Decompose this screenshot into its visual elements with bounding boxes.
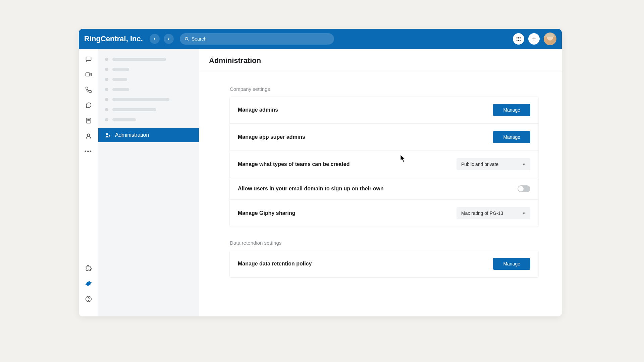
contact-icon xyxy=(85,133,92,139)
svg-point-9 xyxy=(518,40,519,41)
video-icon xyxy=(85,71,92,78)
svg-point-7 xyxy=(520,39,521,40)
chevron-left-icon xyxy=(153,37,157,41)
section-heading-retention: Data retendion settings xyxy=(230,240,538,246)
rail-chat[interactable] xyxy=(85,101,93,109)
svg-point-2 xyxy=(517,37,518,38)
data-retention-card: Manage data retention policy Manage xyxy=(230,250,538,277)
sidebar-placeholder xyxy=(98,84,199,95)
plus-icon xyxy=(531,36,537,42)
sidebar-placeholder xyxy=(98,64,199,74)
rail-phone[interactable] xyxy=(85,86,93,94)
phone-icon xyxy=(85,86,92,93)
row-manage-admins: Manage admins Manage xyxy=(230,97,538,124)
sidebar-placeholder xyxy=(98,115,199,125)
row-label: Manage data retention policy xyxy=(238,261,312,267)
email-signup-toggle[interactable] xyxy=(518,185,530,192)
svg-point-23 xyxy=(109,135,110,137)
row-label: Manage app super admins xyxy=(238,134,305,140)
svg-rect-14 xyxy=(86,73,90,76)
svg-point-19 xyxy=(87,134,90,136)
rail-apps[interactable] xyxy=(85,264,93,272)
content: Company settings Manage admins Manage Ma… xyxy=(199,71,562,291)
search-icon xyxy=(184,37,189,41)
icon-rail: ••• xyxy=(79,49,98,316)
svg-point-0 xyxy=(185,38,188,40)
sidebar-placeholder xyxy=(98,74,199,84)
search-bar[interactable] xyxy=(180,33,334,45)
row-label: Manage Giphy sharing xyxy=(238,210,296,216)
row-email-signup: Allow users in your email domain to sign… xyxy=(230,178,538,200)
new-button[interactable] xyxy=(528,33,540,45)
select-value: Max rating of PG-13 xyxy=(461,210,503,216)
sidebar-item-administration[interactable]: Administration xyxy=(98,128,199,142)
search-input[interactable] xyxy=(192,36,329,42)
admin-icon xyxy=(105,132,111,138)
page-title: Administration xyxy=(199,49,562,71)
rail-contacts[interactable] xyxy=(85,132,93,140)
toggle-knob xyxy=(518,186,524,191)
sidebar-placeholder xyxy=(98,95,199,105)
body: ••• Administration xyxy=(79,49,562,316)
puzzle-icon xyxy=(85,265,92,272)
sidebar: Administration xyxy=(98,49,199,316)
svg-point-10 xyxy=(520,40,521,41)
row-giphy: Manage Giphy sharing Max rating of PG-13… xyxy=(230,200,538,227)
rail-video[interactable] xyxy=(85,70,93,78)
svg-rect-13 xyxy=(86,57,91,60)
topbar: RingCentral, Inc. xyxy=(79,29,562,49)
app-title: RingCentral, Inc. xyxy=(84,35,143,43)
note-icon xyxy=(85,117,92,124)
avatar[interactable] xyxy=(544,33,556,45)
chevron-down-icon: ▼ xyxy=(522,163,526,166)
rail-messages[interactable] xyxy=(85,55,93,63)
giphy-select[interactable]: Max rating of PG-13 ▼ xyxy=(457,207,530,219)
company-settings-card: Manage admins Manage Manage app super ad… xyxy=(230,97,538,227)
section-heading-company: Company settings xyxy=(230,86,538,92)
svg-point-8 xyxy=(517,40,518,41)
row-team-types: Manage what types of teams can be create… xyxy=(230,151,538,178)
rail-settings[interactable] xyxy=(85,280,93,288)
svg-point-3 xyxy=(518,37,519,38)
manage-admins-button[interactable]: Manage xyxy=(493,104,530,116)
dialpad-button[interactable] xyxy=(513,33,524,45)
svg-point-6 xyxy=(518,39,519,40)
svg-point-22 xyxy=(106,133,108,135)
row-label: Manage admins xyxy=(238,107,278,113)
main: Administration Company settings Manage a… xyxy=(199,49,562,316)
nav-forward-button[interactable] xyxy=(164,34,174,44)
row-label: Allow users in your email domain to sign… xyxy=(238,186,384,192)
team-types-select[interactable]: Public and private ▼ xyxy=(457,158,530,170)
chevron-down-icon: ▼ xyxy=(522,212,526,215)
rail-tasks[interactable] xyxy=(85,117,93,125)
row-retention-policy: Manage data retention policy Manage xyxy=(230,250,538,277)
row-label: Manage what types of teams can be create… xyxy=(238,161,350,167)
nav-back-button[interactable] xyxy=(150,34,160,44)
row-manage-super-admins: Manage app super admins Manage xyxy=(230,124,538,151)
svg-line-1 xyxy=(187,40,188,40)
svg-point-4 xyxy=(520,37,521,38)
sidebar-placeholder xyxy=(98,54,199,64)
select-value: Public and private xyxy=(461,162,498,167)
sidebar-placeholder xyxy=(98,105,199,115)
chat-icon xyxy=(85,102,92,109)
message-icon xyxy=(85,56,92,62)
chevron-right-icon xyxy=(167,37,171,41)
gear-icon xyxy=(85,280,92,287)
manage-retention-button[interactable]: Manage xyxy=(493,258,530,270)
help-icon xyxy=(85,296,92,302)
dialpad-icon xyxy=(516,36,521,42)
rail-more[interactable]: ••• xyxy=(85,147,93,156)
svg-point-5 xyxy=(517,39,518,40)
manage-super-admins-button[interactable]: Manage xyxy=(493,131,530,143)
sidebar-item-label: Administration xyxy=(115,132,149,138)
app-window: RingCentral, Inc. xyxy=(79,29,562,316)
rail-help[interactable] xyxy=(85,295,93,303)
svg-point-21 xyxy=(88,300,89,301)
